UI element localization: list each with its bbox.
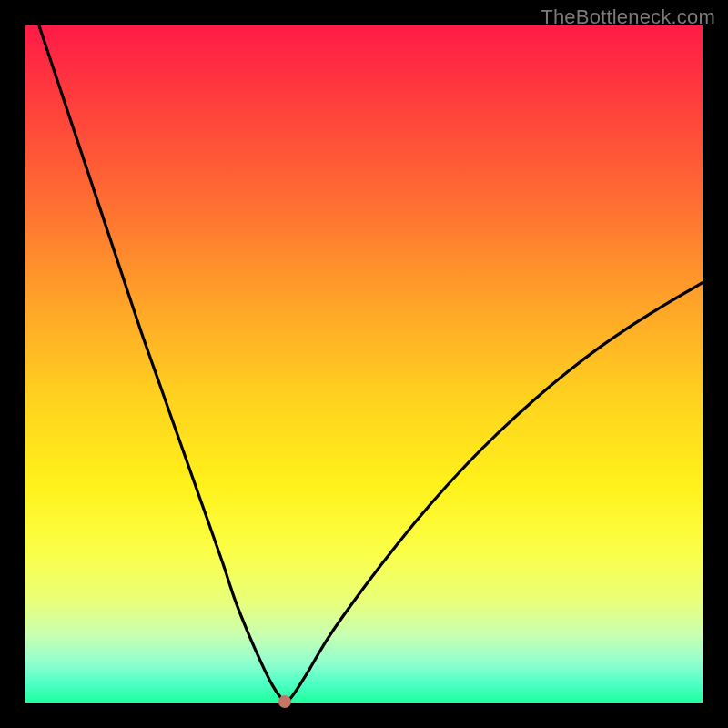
bottleneck-curve <box>25 25 703 703</box>
watermark-text: TheBottleneck.com <box>541 5 715 29</box>
chart-frame: TheBottleneck.com <box>0 0 728 728</box>
plot-area <box>25 25 703 703</box>
optimal-marker <box>278 695 291 708</box>
